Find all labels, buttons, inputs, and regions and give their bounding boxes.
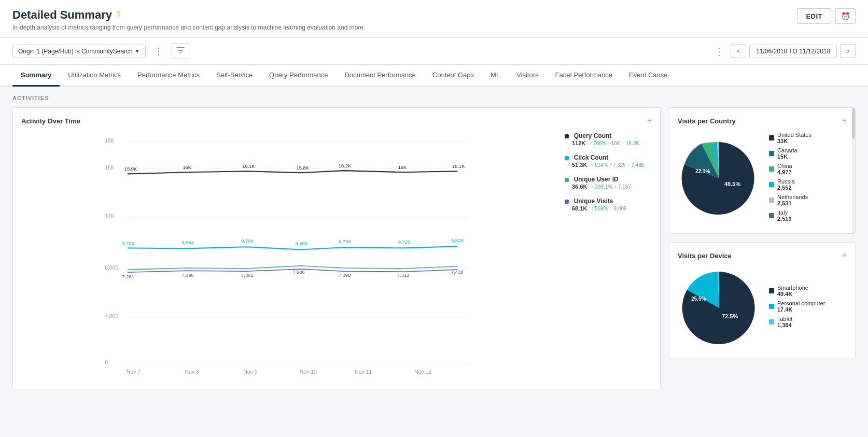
tab-facetperformance[interactable]: Facet Performance — [547, 65, 621, 87]
country-dot-nl — [769, 198, 774, 203]
svg-text:Nov 10: Nov 10 — [300, 369, 317, 375]
dropdown-arrow-icon: ▼ — [135, 48, 140, 54]
svg-text:Nov 7: Nov 7 — [127, 369, 141, 375]
date-prev-button[interactable]: < — [731, 44, 746, 58]
legend-stats-query: 112K ↑ 766% ~16K ↑ 16.2K — [572, 140, 652, 146]
device-legend-pc: Personal computer 17.4K — [769, 300, 847, 313]
country-legend-it: Italy 2,519 — [769, 209, 847, 222]
country-legend-us: United States 33K — [769, 132, 847, 144]
tab-ml[interactable]: ML — [482, 65, 508, 87]
device-pie-svg: 72.5% 25.5% — [678, 266, 761, 349]
country-legend-ca: Canada 15K — [769, 147, 847, 160]
visits-per-country-card: Visits per Country ≡ — [669, 107, 856, 234]
svg-text:12K: 12K — [105, 214, 115, 219]
device-dot-tablet — [769, 319, 774, 325]
filter-icon-button[interactable] — [172, 43, 189, 59]
svg-text:Nov 9: Nov 9 — [243, 369, 257, 375]
legend-dot-click — [565, 156, 569, 160]
activity-card-header: Activity Over Time ≡ — [21, 116, 652, 125]
tab-summary[interactable]: Summary — [12, 65, 60, 87]
svg-text:7,261: 7,261 — [122, 274, 134, 279]
svg-text:9,793: 9,793 — [339, 238, 351, 244]
device-dot-smartphone — [769, 288, 774, 293]
activity-chart-area: 18K 16K 12K 8,000 4,000 0 — [21, 132, 652, 380]
header-actions: EDIT ⏰ — [797, 8, 856, 24]
visits-per-device-card: Visits per Device ≡ 72.5% — [669, 242, 856, 358]
tab-contentgaps[interactable]: Content Gaps — [424, 65, 482, 87]
more-options-button[interactable]: ⋮ — [150, 45, 167, 58]
country-pie-svg: 48.5% 22.1% — [678, 137, 761, 220]
svg-text:16.1K: 16.1K — [452, 163, 465, 169]
tab-docperformance[interactable]: Document Performance — [337, 65, 424, 87]
edit-button[interactable]: EDIT — [797, 8, 831, 24]
legend-unique-visits: Unique Visits 68.1K ↑ 559% ↑ 9,809 — [565, 197, 652, 212]
country-dot-it — [769, 213, 774, 218]
svg-text:9,700: 9,700 — [122, 241, 134, 246]
legend-stats-visits: 68.1K ↑ 559% ↑ 9,809 — [572, 205, 652, 212]
country-label-nl: Netherlands 2,531 — [777, 194, 808, 206]
svg-text:16K: 16K — [183, 164, 191, 170]
tab-utilization[interactable]: Utilization Metrics — [60, 65, 129, 87]
filter-badge[interactable]: Origin 1 (Page/Hub) is CommunitySearch ▼ — [12, 45, 146, 58]
date-next-button[interactable]: > — [840, 44, 856, 58]
device-card-menu-icon[interactable]: ≡ — [842, 251, 847, 260]
svg-text:16.1K: 16.1K — [242, 163, 255, 169]
svg-text:7,988: 7,988 — [292, 269, 304, 275]
svg-text:15.9K: 15.9K — [124, 166, 137, 172]
help-icon[interactable]: ? — [116, 10, 121, 20]
tab-selfservice[interactable]: Self-Service — [208, 65, 261, 87]
country-label-ca: Canada 15K — [777, 147, 797, 160]
country-legend-nl: Netherlands 2,531 — [769, 194, 847, 206]
legend-query-count: Query Count 112K ↑ 766% ~16K ↑ 16.2K — [565, 132, 652, 146]
svg-text:25.5%: 25.5% — [691, 296, 706, 302]
legend-stats-click: 51.3K ↑ 914% ~7,325 ↑ 7,486 — [572, 162, 652, 168]
country-scrollbar-track[interactable] — [852, 108, 855, 233]
svg-text:Nov 12: Nov 12 — [414, 369, 431, 375]
toolbar-right: ⋮ < 11/06/2018 TO 11/12/2018 > — [711, 44, 856, 58]
svg-text:4,000: 4,000 — [105, 314, 118, 319]
svg-text:9,723: 9,723 — [398, 239, 410, 245]
svg-text:7,313: 7,313 — [397, 272, 409, 278]
activity-card-menu-icon[interactable]: ≡ — [647, 116, 652, 125]
legend-name-visits: Unique Visits — [574, 198, 613, 205]
tab-eventcause[interactable]: Event Cause — [621, 65, 676, 87]
activity-legend: Query Count 112K ↑ 766% ~16K ↑ 16.2K — [558, 132, 652, 380]
svg-text:9,809: 9,809 — [451, 237, 463, 243]
page-header: Detailed Summary ? In-depth analysis of … — [0, 0, 868, 38]
clock-button[interactable]: ⏰ — [835, 8, 856, 24]
device-legend-tablet: Tablet 1,384 — [769, 316, 847, 328]
device-dot-pc — [769, 304, 774, 309]
tab-performance[interactable]: Performance Metrics — [129, 65, 208, 87]
toolbar-dots-icon[interactable]: ⋮ — [711, 45, 727, 58]
country-dot-ca — [769, 151, 774, 156]
tab-visitors[interactable]: Visitors — [508, 65, 547, 87]
legend-dot-query — [565, 134, 569, 138]
country-card-header: Visits per Country ≡ — [678, 116, 847, 125]
device-pie-container: 72.5% 25.5% Smartphone 49.4K — [678, 266, 847, 349]
device-card-title: Visits per Device — [678, 252, 732, 260]
svg-text:7,398: 7,398 — [181, 272, 193, 278]
country-label-it: Italy 2,519 — [777, 209, 792, 222]
legend-click-count: Click Count 51.3K ↑ 914% ~7,325 ↑ 7,486 — [565, 153, 652, 168]
svg-text:15.8K: 15.8K — [297, 165, 310, 171]
svg-text:9,599: 9,599 — [295, 241, 307, 246]
svg-text:Nov 11: Nov 11 — [355, 369, 372, 375]
country-label-cn: China 4,977 — [777, 163, 792, 175]
country-card-menu-icon[interactable]: ≡ — [842, 116, 847, 125]
legend-name-user: Unique User ID — [574, 176, 619, 183]
country-label-ru: Russia 2,552 — [777, 178, 795, 191]
chart-inner: 18K 16K 12K 8,000 4,000 0 — [21, 132, 652, 380]
svg-text:9,784: 9,784 — [241, 238, 253, 244]
country-card-title: Visits per Country — [678, 117, 736, 125]
side-charts: Visits per Country ≡ — [669, 107, 856, 389]
activity-svg: 18K 16K 12K 8,000 4,000 0 — [21, 132, 558, 380]
svg-text:22.1%: 22.1% — [695, 168, 710, 174]
page-title: Detailed Summary — [12, 8, 112, 22]
chart-svg-area: 18K 16K 12K 8,000 4,000 0 — [21, 132, 558, 380]
tab-queryperformance[interactable]: Query Performance — [261, 65, 336, 87]
device-label-pc: Personal computer 17.4K — [777, 300, 825, 313]
svg-text:18K: 18K — [105, 138, 115, 144]
country-dot-cn — [769, 166, 774, 172]
country-scrollbar-thumb[interactable] — [852, 108, 855, 139]
svg-text:48.5%: 48.5% — [724, 181, 740, 187]
